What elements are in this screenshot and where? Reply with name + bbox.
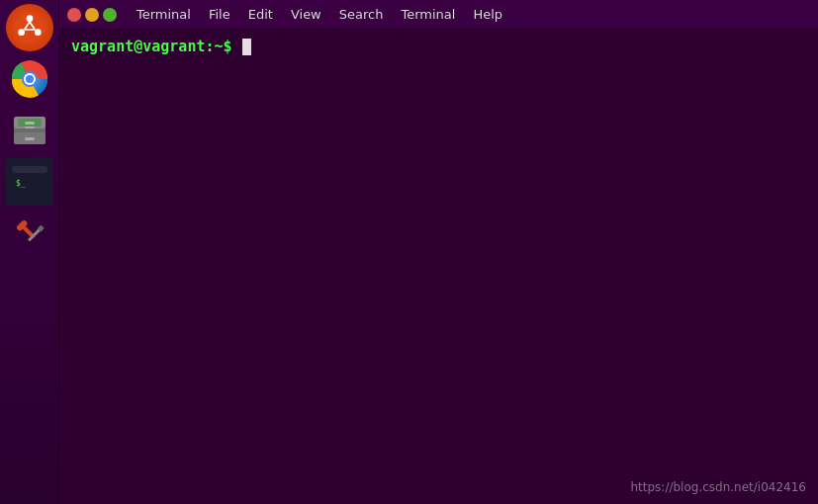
- terminal-dock-icon[interactable]: $_: [6, 158, 53, 206]
- menu-file[interactable]: File: [201, 5, 238, 24]
- titlebar: Terminal File Edit View Search Terminal …: [59, 0, 818, 30]
- menu-terminal2[interactable]: Terminal: [393, 5, 463, 24]
- ubuntu-logo-icon[interactable]: [6, 4, 53, 51]
- window-controls: [67, 8, 117, 22]
- svg-text:$_: $_: [16, 179, 26, 188]
- maximize-button[interactable]: [103, 8, 117, 22]
- terminal-cursor: [242, 39, 251, 55]
- system-tools-icon[interactable]: [6, 210, 53, 257]
- svg-point-3: [18, 29, 25, 36]
- terminal-window: Terminal File Edit View Search Terminal …: [59, 0, 818, 504]
- svg-rect-18: [25, 122, 35, 125]
- prompt-user: vagrant@vagrant:~$: [71, 38, 232, 55]
- prompt-line: vagrant@vagrant:~$: [71, 38, 806, 55]
- terminal-content[interactable]: vagrant@vagrant:~$ https://blog.csdn.net…: [59, 30, 818, 504]
- menu-help[interactable]: Help: [465, 5, 510, 24]
- menu-edit[interactable]: Edit: [240, 5, 281, 24]
- menu-bar: Terminal File Edit View Search Terminal …: [129, 5, 510, 24]
- svg-point-2: [35, 29, 42, 36]
- svg-rect-20: [12, 166, 47, 173]
- svg-point-1: [26, 15, 33, 22]
- dock: $_: [0, 0, 59, 504]
- menu-terminal[interactable]: Terminal: [129, 5, 199, 24]
- watermark: https://blog.csdn.net/i042416: [630, 480, 806, 494]
- close-button[interactable]: [67, 8, 81, 22]
- svg-point-11: [26, 75, 34, 83]
- chromium-icon[interactable]: [6, 55, 53, 103]
- minimize-button[interactable]: [85, 8, 99, 22]
- menu-search[interactable]: Search: [331, 5, 392, 24]
- menu-view[interactable]: View: [283, 5, 329, 24]
- file-manager-icon[interactable]: [6, 107, 53, 154]
- prompt-space: [232, 38, 241, 55]
- svg-rect-16: [25, 137, 35, 140]
